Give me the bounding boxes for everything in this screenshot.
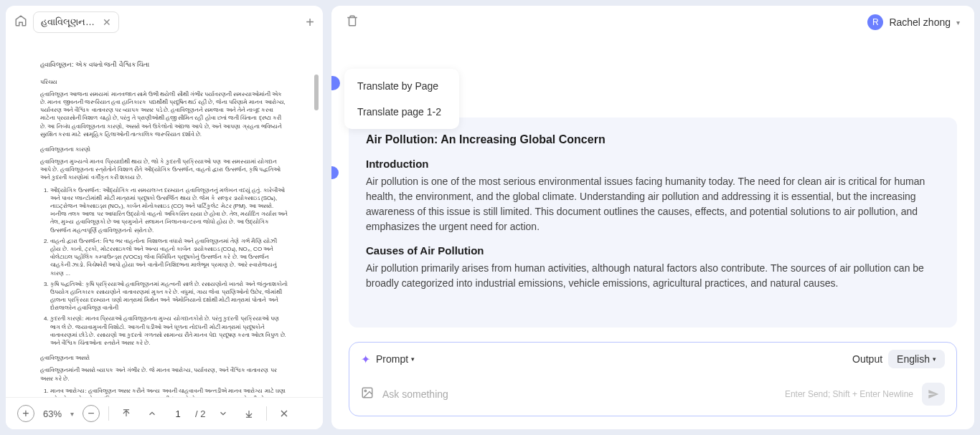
last-page-button[interactable] bbox=[240, 405, 258, 422]
result-title: Air Pollution: An Increasing Global Conc… bbox=[366, 133, 940, 146]
prompt-type-selector[interactable]: Prompt ▾ bbox=[376, 353, 415, 365]
causes-list: ઔદ્યોગિક ઉત્સર્જન: ઔદ્યોગિક ના સમયલગ્ન દ… bbox=[40, 186, 288, 348]
result-heading: Causes of Air Pollution bbox=[366, 244, 940, 257]
close-icon[interactable]: ✕ bbox=[103, 16, 111, 28]
menu-translate-range[interactable]: Translate page 1-2 bbox=[344, 99, 459, 125]
chevron-down-icon: ▾ bbox=[956, 19, 960, 27]
doc-title: હવાવિલૂણન: એક વધતો જતી વૈશ્વિક ચિંતા bbox=[40, 60, 288, 70]
pdf-toolbar: + 63% ▾ − / 2 bbox=[6, 397, 323, 429]
trash-icon[interactable] bbox=[346, 14, 359, 30]
separator bbox=[266, 406, 267, 421]
effects-list: માનવ આરોગ્ય: હવાવિલૂણન અસર કરીને અન્ય અવ… bbox=[40, 387, 288, 397]
separator bbox=[108, 406, 109, 421]
scrollbar-thumb[interactable] bbox=[314, 75, 319, 110]
prev-page-button[interactable] bbox=[143, 405, 161, 422]
page-number-input[interactable] bbox=[169, 408, 187, 419]
document-page: હવાવિલૂણન: એક વધતો જતી વૈશ્વિક ચિંતા પરિ… bbox=[23, 39, 306, 397]
translate-menu: Translate by Page Translate page 1-2 bbox=[344, 69, 459, 129]
image-icon[interactable] bbox=[361, 386, 374, 402]
zoom-level: 63% bbox=[43, 408, 62, 419]
panel-header: R Rachel zhong ▾ bbox=[331, 6, 974, 39]
zoom-in-button[interactable]: + bbox=[17, 405, 34, 422]
prompt-header: ✦ Prompt ▾ Output English ▾ bbox=[349, 343, 956, 376]
chevron-down-icon: ▾ bbox=[411, 355, 415, 363]
add-tab-button[interactable]: + bbox=[306, 14, 314, 31]
result-paragraph: Air pollution is one of the most serious… bbox=[366, 174, 940, 234]
send-button[interactable] bbox=[922, 383, 945, 406]
user-name: Rachel zhong bbox=[889, 16, 951, 28]
section-heading: હવાવિલૂણનના કારણો bbox=[40, 145, 288, 153]
zoom-out-button[interactable]: − bbox=[83, 405, 100, 422]
result-card: Air Pollution: An Increasing Global Conc… bbox=[349, 118, 957, 328]
list-item: માનવ આરોગ્ય: હવાવિલૂણન અસર કરીને અન્ય અવ… bbox=[50, 387, 288, 397]
section-paragraph: હવાવિલૂણનમાંની અસરો વ્યાપક અને ગંભીર છે.… bbox=[40, 366, 288, 382]
output-language-selector[interactable]: English ▾ bbox=[888, 350, 945, 368]
result-heading: Introduction bbox=[366, 158, 940, 170]
page-total: / 2 bbox=[195, 408, 205, 419]
prompt-box: ✦ Prompt ▾ Output English ▾ Enter Send; … bbox=[349, 342, 957, 416]
section-heading: પરિચય bbox=[40, 78, 288, 86]
close-toolbar-button[interactable] bbox=[275, 405, 293, 422]
input-hint: Enter Send; Shift + Enter Newline bbox=[785, 389, 913, 399]
document-viewer: હવાવિલૂણન: એક વધતો જતી વૈશ્વિક ચિંતા પરિ… bbox=[6, 39, 323, 397]
next-page-button[interactable] bbox=[215, 405, 232, 422]
output-label: Output bbox=[852, 353, 882, 365]
section-paragraph: હવાવિલૂણન મુખ્યત્વે માનવ પ્રિયાદોથી થાય … bbox=[40, 158, 288, 182]
list-item: કુદરતી કારણો: માનવ પ્રિયાઓ હવાવિલૂણનના મ… bbox=[50, 315, 288, 347]
prompt-input-row: Enter Send; Shift + Enter Newline bbox=[349, 376, 956, 416]
first-page-button[interactable] bbox=[118, 405, 135, 422]
zoom-dropdown-icon[interactable]: ▾ bbox=[70, 410, 74, 418]
section-heading: હવાવિલૂણનના અસરો bbox=[40, 354, 288, 362]
chevron-down-icon: ▾ bbox=[933, 355, 936, 363]
document-panel: હવાવિલૂણન_એ... ✕ + હવાવિલૂણન: એક વધતો જત… bbox=[6, 6, 323, 429]
home-icon[interactable] bbox=[14, 14, 27, 30]
menu-translate-by-page[interactable]: Translate by Page bbox=[344, 73, 459, 99]
user-menu[interactable]: R Rachel zhong ▾ bbox=[867, 14, 960, 30]
list-item: કૃષિ પદ્ધતિઓ: કૃષિ પ્રક્રિયાઓ હવાવિલૂણનમ… bbox=[50, 280, 288, 312]
translation-panel: R Rachel zhong ▾ Translate by Page Trans… bbox=[331, 6, 974, 429]
list-item: ઔદ્યોગિક ઉત્સર્જન: ઔદ્યોગિક ના સમયલગ્ન દ… bbox=[50, 186, 288, 234]
tab-label: હવાવિલૂણન_એ... bbox=[41, 16, 97, 28]
svg-point-1 bbox=[364, 390, 366, 391]
list-item: વાહનો દ્વારા ઉત્સર્જન: વિશ્વ ભર વાહનોના … bbox=[50, 237, 288, 277]
tab-bar: હવાવિલૂણન_એ... ✕ + bbox=[6, 6, 323, 39]
document-tab[interactable]: હવાવિલૂણન_એ... ✕ bbox=[33, 11, 119, 33]
sparkle-icon: ✦ bbox=[361, 353, 370, 366]
prompt-input[interactable] bbox=[382, 388, 776, 400]
avatar: R bbox=[867, 14, 883, 30]
result-paragraph: Air pollution primarily arises from huma… bbox=[366, 261, 940, 291]
section-paragraph: હવાવિલૂણન આજના સમયમાં માનવજાત સામે ઉભી થ… bbox=[40, 90, 288, 138]
